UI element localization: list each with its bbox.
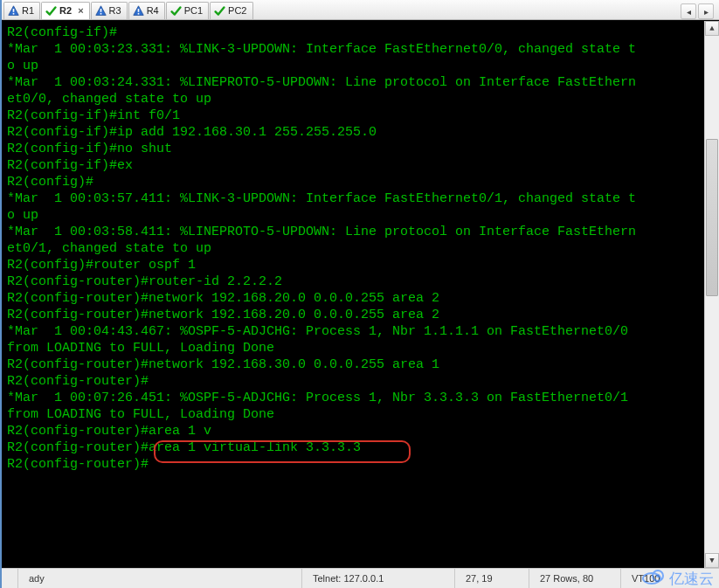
status-size: 27 Rows, 80 (529, 569, 621, 588)
session-tab-r1[interactable]: R1 (3, 2, 40, 19)
svg-rect-7 (137, 9, 139, 12)
watermark-text: 亿速云 (669, 569, 714, 589)
check-icon (214, 5, 225, 17)
svg-rect-4 (100, 9, 101, 12)
terminal-scrollbar[interactable]: ▲ ▼ (704, 21, 719, 568)
scrollbar-thumb[interactable] (706, 139, 718, 296)
session-tab-r2[interactable]: R2 × (41, 2, 90, 19)
scrollbar-track[interactable] (705, 36, 719, 553)
check-icon (45, 5, 57, 17)
svg-rect-1 (13, 9, 15, 12)
status-cursor: 27, 19 (455, 569, 529, 588)
tabstrip-nav-arrows: ◂ ▸ (681, 3, 717, 19)
tab-label: R2 (59, 3, 72, 19)
tab-close-button[interactable]: × (78, 3, 83, 19)
svg-rect-5 (100, 13, 101, 15)
scrollbar-up-button[interactable]: ▲ (705, 21, 719, 36)
tab-scroll-right-button[interactable]: ▸ (698, 3, 714, 19)
status-bar: ady Telnet: 127.0.0.1 27, 19 27 Rows, 80… (2, 568, 719, 588)
check-icon (170, 5, 182, 17)
status-emulation: VT100 (621, 569, 670, 588)
status-ready: ady (18, 569, 302, 588)
terminal-output[interactable]: R2(config-if)# *Mar 1 00:03:23.331: %LIN… (2, 21, 705, 568)
status-connection: Telnet: 127.0.0.1 (302, 569, 455, 588)
tab-label: PC2 (228, 3, 246, 19)
svg-rect-8 (137, 13, 139, 15)
session-tab-r4[interactable]: R4 (128, 2, 165, 19)
session-tab-pc1[interactable]: PC1 (166, 2, 209, 19)
tab-label: R4 (147, 3, 159, 19)
tab-label: PC1 (184, 3, 203, 19)
svg-rect-2 (13, 13, 15, 15)
warn-icon (8, 5, 19, 17)
status-grip (2, 569, 18, 588)
tab-label: R3 (109, 3, 121, 19)
session-tab-pc2[interactable]: PC2 (210, 2, 252, 19)
tab-scroll-left-button[interactable]: ◂ (681, 3, 696, 19)
tab-strip: R1 R2 × R3 R4 (2, 0, 719, 20)
warn-icon (133, 5, 144, 17)
scrollbar-down-button[interactable]: ▼ (705, 553, 719, 568)
terminal-panel: R2(config-if)# *Mar 1 00:03:23.331: %LIN… (2, 20, 719, 568)
warn-icon (95, 5, 107, 17)
tab-label: R1 (22, 3, 34, 19)
session-tab-r3[interactable]: R3 (91, 2, 128, 19)
